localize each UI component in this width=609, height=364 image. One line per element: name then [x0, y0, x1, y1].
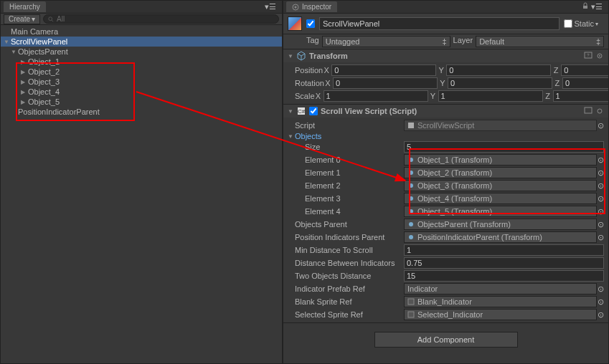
hierarchy-search[interactable]: All — [43, 14, 279, 24]
script-ref-value: ScrollViewScript — [417, 121, 474, 130]
transform-title: Transform — [309, 52, 581, 60]
object-picker-icon[interactable]: ⊙ — [597, 155, 604, 165]
static-checkbox[interactable] — [564, 19, 572, 28]
position-y-input[interactable] — [446, 64, 551, 76]
scale-z-input[interactable] — [553, 90, 609, 102]
hierarchy-item[interactable]: Main Camera — [1, 27, 282, 37]
expand-arrow-icon[interactable] — [21, 59, 27, 65]
script-header[interactable]: C# Scroll View Script (Script) — [283, 105, 608, 118]
search-placeholder: All — [57, 15, 65, 23]
object-picker-icon[interactable]: ⊙ — [597, 168, 604, 178]
add-component-button[interactable]: Add Component — [374, 332, 518, 348]
dist-between-input[interactable] — [404, 257, 604, 269]
object-picker-icon[interactable]: ⊙ — [597, 181, 604, 191]
svg-rect-21 — [408, 299, 414, 305]
gameobject-icon[interactable] — [288, 16, 302, 31]
position-label: Position — [288, 66, 323, 75]
object-picker-icon[interactable]: ⊙ — [597, 233, 604, 242]
script-enabled-checkbox[interactable] — [309, 107, 318, 115]
element-field[interactable]: Object_3 (Transform) — [404, 180, 597, 191]
blank-sprite-field[interactable]: Blank_Indicator — [404, 296, 597, 307]
tag-dropdown[interactable]: Untagged‡ — [322, 36, 450, 47]
static-label: Static — [574, 19, 594, 28]
expand-arrow-icon[interactable] — [21, 89, 27, 95]
rotation-x-input[interactable] — [333, 77, 438, 89]
svg-point-8 — [599, 55, 600, 57]
objects-parent-field[interactable]: ObjectsParent (Transform) — [404, 219, 597, 230]
script-ref-field[interactable]: ScrollViewScript — [404, 120, 597, 131]
size-label: Size — [288, 143, 404, 151]
foldout-arrow-icon[interactable] — [288, 133, 293, 140]
hierarchy-item[interactable]: Object_4 — [1, 87, 282, 97]
transform-header[interactable]: Transform ? — [283, 49, 608, 62]
expand-arrow-icon[interactable] — [21, 99, 27, 105]
element-value: Object_4 (Transform) — [417, 194, 492, 203]
hierarchy-item[interactable]: Object_1 — [1, 57, 282, 67]
selected-sprite-field[interactable]: Selected_Indicator — [404, 309, 597, 320]
static-toggle[interactable]: Static ▾ — [564, 19, 604, 28]
expand-arrow-icon[interactable] — [21, 79, 27, 85]
rotation-z-input[interactable] — [562, 77, 609, 89]
hierarchy-item[interactable]: Object_3 — [1, 77, 282, 87]
gear-icon[interactable] — [595, 52, 604, 60]
object-picker-icon[interactable]: ⊙ — [597, 121, 604, 130]
size-input[interactable] — [404, 141, 604, 153]
element-field[interactable]: Object_2 (Transform) — [404, 167, 597, 178]
sprite-icon — [407, 298, 415, 305]
hierarchy-item[interactable]: ScrollViewPanel — [1, 37, 282, 47]
script-ref-row: Script ScrollViewScript ⊙ — [283, 119, 608, 132]
lock-icon[interactable] — [582, 2, 589, 9]
gear-icon[interactable] — [595, 107, 604, 115]
expand-arrow-icon[interactable] — [21, 69, 27, 75]
svg-point-16 — [409, 183, 413, 188]
svg-text:?: ? — [587, 53, 590, 57]
hierarchy-item[interactable]: ObjectsParent — [1, 47, 282, 57]
hierarchy-item[interactable]: Object_5 — [1, 97, 282, 107]
panel-menu-icon[interactable]: ▾☰ — [579, 2, 605, 11]
two-obj-input[interactable] — [404, 270, 604, 282]
hierarchy-item[interactable]: PositionIndicatorParent — [1, 107, 282, 117]
transform-ref-icon — [407, 234, 415, 241]
script-component: C# Scroll View Script (Script) Script Sc… — [283, 105, 608, 323]
position-z-input[interactable] — [561, 64, 609, 76]
help-icon[interactable]: ? — [584, 52, 593, 60]
element-field[interactable]: Object_5 (Transform) — [404, 206, 597, 217]
object-picker-icon[interactable]: ⊙ — [597, 310, 604, 320]
foldout-arrow-icon[interactable] — [288, 53, 293, 59]
element-value: Object_1 (Transform) — [417, 155, 492, 164]
rotation-y-input[interactable] — [448, 77, 552, 89]
gameobject-name-field[interactable] — [319, 17, 560, 30]
create-button[interactable]: Create ▾ — [4, 14, 40, 24]
expand-arrow-icon[interactable] — [11, 49, 16, 55]
hierarchy-item-label: Object_2 — [28, 67, 60, 76]
active-checkbox[interactable] — [306, 19, 315, 28]
indicator-prefab-field[interactable]: Indicator — [404, 283, 597, 294]
inspector-panel: Inspector ▾☰ Static ▾ Tag Untagged‡ Laye… — [283, 0, 609, 364]
hierarchy-item[interactable]: Object_2 — [1, 67, 282, 77]
help-icon[interactable] — [584, 107, 593, 115]
scale-y-input[interactable] — [438, 90, 543, 102]
inspector-tab-label: Inspector — [302, 3, 331, 11]
foldout-arrow-icon[interactable] — [288, 108, 293, 115]
object-picker-icon[interactable]: ⊙ — [597, 284, 604, 294]
objects-foldout[interactable]: Objects — [283, 132, 608, 140]
object-picker-icon[interactable]: ⊙ — [597, 194, 604, 203]
element-value: Object_5 (Transform) — [417, 207, 492, 216]
expand-arrow-icon[interactable] — [4, 39, 9, 45]
object-picker-icon[interactable]: ⊙ — [597, 207, 604, 216]
script-file-icon — [407, 122, 415, 129]
svg-line-1 — [52, 20, 53, 21]
object-picker-icon[interactable]: ⊙ — [597, 297, 604, 307]
static-dropdown[interactable]: ▾ — [595, 21, 604, 27]
element-field[interactable]: Object_1 (Transform) — [404, 154, 597, 166]
hierarchy-tab[interactable]: Hierarchy — [4, 1, 46, 12]
scale-x-input[interactable] — [324, 90, 428, 102]
object-picker-icon[interactable]: ⊙ — [597, 220, 604, 229]
pos-ind-parent-field[interactable]: PositionIndicatorParent (Transform) — [404, 231, 597, 243]
inspector-tab[interactable]: Inspector — [286, 1, 337, 12]
panel-menu-icon[interactable]: ▾☰ — [262, 2, 279, 11]
min-dist-input[interactable] — [404, 244, 604, 256]
element-field[interactable]: Object_4 (Transform) — [404, 193, 597, 204]
position-x-input[interactable] — [331, 64, 436, 76]
layer-dropdown[interactable]: Default‡ — [476, 36, 604, 47]
